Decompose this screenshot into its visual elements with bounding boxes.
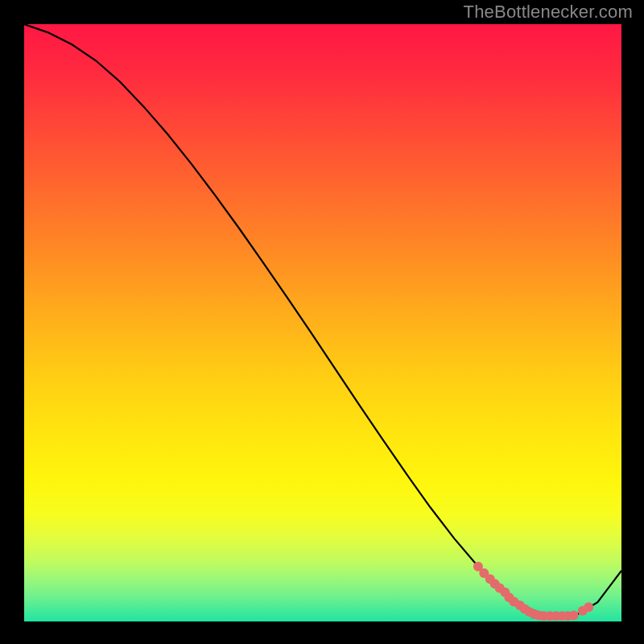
chart-background xyxy=(24,24,621,621)
chart-svg xyxy=(24,24,621,621)
scatter-point xyxy=(584,602,593,612)
chart-plot-area xyxy=(24,24,621,621)
scatter-point xyxy=(569,611,579,621)
attribution-text: TheBottlenecker.com xyxy=(464,2,633,23)
